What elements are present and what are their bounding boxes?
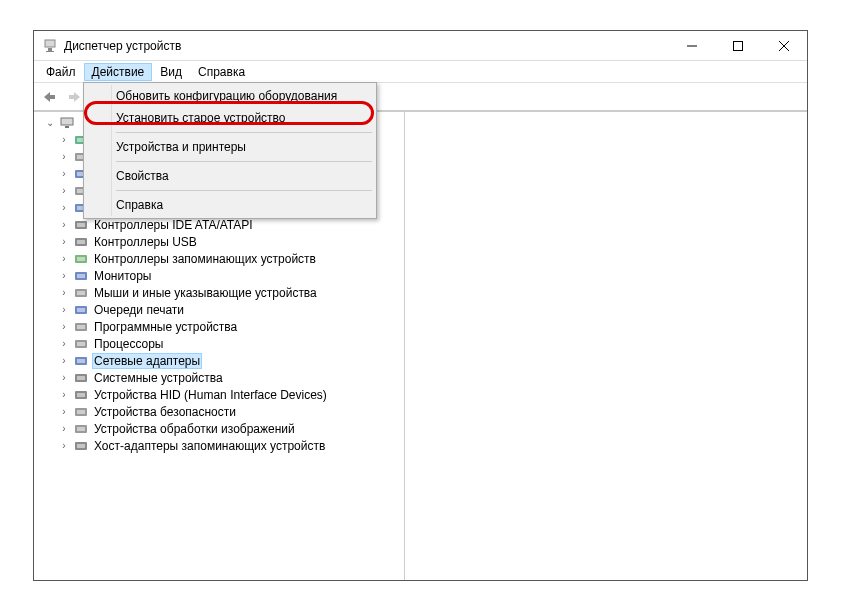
svg-rect-4: [734, 41, 743, 50]
tree-item-label: Хост-адаптеры запоминающих устройств: [92, 439, 327, 453]
svg-rect-1: [48, 48, 52, 51]
svg-rect-40: [77, 376, 85, 380]
tree-item[interactable]: ›Очереди печати: [52, 301, 807, 318]
svg-rect-46: [77, 427, 85, 431]
maximize-button[interactable]: [715, 31, 761, 61]
menu-help[interactable]: Справка: [86, 194, 374, 216]
tree-item[interactable]: ›Сетевые адаптеры: [52, 352, 807, 369]
svg-rect-38: [77, 359, 85, 363]
svg-rect-32: [77, 308, 85, 312]
minimize-button[interactable]: [669, 31, 715, 61]
app-icon: [42, 38, 58, 54]
tree-item[interactable]: ›Контроллеры USB: [52, 233, 807, 250]
action-dropdown-menu: Обновить конфигурацию оборудования Устан…: [83, 82, 377, 219]
tree-item-label: Контроллеры USB: [92, 235, 199, 249]
tree-item-label: Устройства безопасности: [92, 405, 238, 419]
tree-item-label: Процессоры: [92, 337, 166, 351]
expand-icon[interactable]: ›: [58, 304, 70, 316]
device-category-icon: [73, 285, 89, 301]
expand-icon[interactable]: ›: [58, 440, 70, 452]
svg-rect-28: [77, 274, 85, 278]
expand-icon[interactable]: ›: [58, 151, 70, 163]
device-category-icon: [73, 438, 89, 454]
svg-rect-34: [77, 325, 85, 329]
device-category-icon: [73, 251, 89, 267]
tree-item-label: Системные устройства: [92, 371, 225, 385]
svg-rect-42: [77, 393, 85, 397]
device-category-icon: [73, 421, 89, 437]
tree-item-label: Мыши и иные указывающие устройства: [92, 286, 319, 300]
expand-icon[interactable]: ›: [58, 321, 70, 333]
tree-item[interactable]: ›Устройства обработки изображений: [52, 420, 807, 437]
tree-item-label: Контроллеры IDE ATA/ATAPI: [92, 218, 255, 232]
menu-add-legacy-hardware[interactable]: Установить старое устройство: [86, 107, 374, 129]
expand-icon[interactable]: ›: [58, 134, 70, 146]
tree-item-label: Устройства обработки изображений: [92, 422, 297, 436]
menu-properties[interactable]: Свойства: [86, 165, 374, 187]
tree-item[interactable]: ›Хост-адаптеры запоминающих устройств: [52, 437, 807, 454]
tree-item[interactable]: ›Программные устройства: [52, 318, 807, 335]
collapse-icon[interactable]: ⌄: [44, 117, 56, 129]
device-category-icon: [73, 268, 89, 284]
dropdown-separator: [116, 161, 372, 162]
device-category-icon: [73, 319, 89, 335]
expand-icon[interactable]: ›: [58, 202, 70, 214]
tree-item[interactable]: ›Устройства HID (Human Interface Devices…: [52, 386, 807, 403]
svg-rect-10: [65, 126, 69, 128]
menu-help[interactable]: Справка: [190, 63, 253, 81]
device-category-icon: [73, 404, 89, 420]
svg-rect-9: [61, 118, 73, 125]
svg-rect-22: [77, 223, 85, 227]
svg-rect-7: [48, 95, 55, 99]
menu-file[interactable]: Файл: [38, 63, 84, 81]
device-category-icon: [73, 302, 89, 318]
expand-icon[interactable]: ›: [58, 219, 70, 231]
expand-icon[interactable]: ›: [58, 270, 70, 282]
expand-icon[interactable]: ›: [58, 372, 70, 384]
tree-item[interactable]: ›Процессоры: [52, 335, 807, 352]
tree-item[interactable]: ›Мыши и иные указывающие устройства: [52, 284, 807, 301]
menu-devices-and-printers[interactable]: Устройства и принтеры: [86, 136, 374, 158]
titlebar: Диспетчер устройств: [34, 31, 807, 61]
expand-icon[interactable]: ›: [58, 185, 70, 197]
pane-divider[interactable]: [404, 112, 405, 580]
expand-icon[interactable]: ›: [58, 423, 70, 435]
tree-item[interactable]: ›Мониторы: [52, 267, 807, 284]
back-button[interactable]: [38, 85, 62, 109]
svg-rect-36: [77, 342, 85, 346]
menu-refresh-hardware[interactable]: Обновить конфигурацию оборудования: [86, 85, 374, 107]
expand-icon[interactable]: ›: [58, 338, 70, 350]
tree-item[interactable]: ›Устройства безопасности: [52, 403, 807, 420]
tree-item-label: Контроллеры запоминающих устройств: [92, 252, 318, 266]
expand-icon[interactable]: ›: [58, 406, 70, 418]
expand-icon[interactable]: ›: [58, 253, 70, 265]
tree-item-label: Сетевые адаптеры: [92, 353, 202, 369]
expand-icon[interactable]: ›: [58, 355, 70, 367]
device-category-icon: [73, 234, 89, 250]
device-category-icon: [73, 336, 89, 352]
device-category-icon: [73, 370, 89, 386]
tree-item-label: Программные устройства: [92, 320, 239, 334]
menu-action[interactable]: Действие: [84, 63, 153, 81]
svg-rect-26: [77, 257, 85, 261]
svg-rect-0: [45, 40, 55, 47]
svg-rect-2: [46, 51, 54, 52]
expand-icon[interactable]: ›: [58, 287, 70, 299]
svg-rect-24: [77, 240, 85, 244]
device-category-icon: [73, 353, 89, 369]
expand-icon[interactable]: ›: [58, 389, 70, 401]
svg-rect-48: [77, 444, 85, 448]
expand-icon[interactable]: ›: [58, 236, 70, 248]
menubar: Файл Действие Вид Справка: [34, 61, 807, 83]
expand-icon[interactable]: ›: [58, 168, 70, 180]
tree-item-label: Устройства HID (Human Interface Devices): [92, 388, 329, 402]
tree-item-label: Мониторы: [92, 269, 153, 283]
device-category-icon: [73, 387, 89, 403]
tree-item[interactable]: ›Системные устройства: [52, 369, 807, 386]
svg-rect-8: [69, 95, 76, 99]
tree-item[interactable]: ›Контроллеры запоминающих устройств: [52, 250, 807, 267]
window-title: Диспетчер устройств: [64, 39, 669, 53]
svg-rect-30: [77, 291, 85, 295]
menu-view[interactable]: Вид: [152, 63, 190, 81]
close-button[interactable]: [761, 31, 807, 61]
